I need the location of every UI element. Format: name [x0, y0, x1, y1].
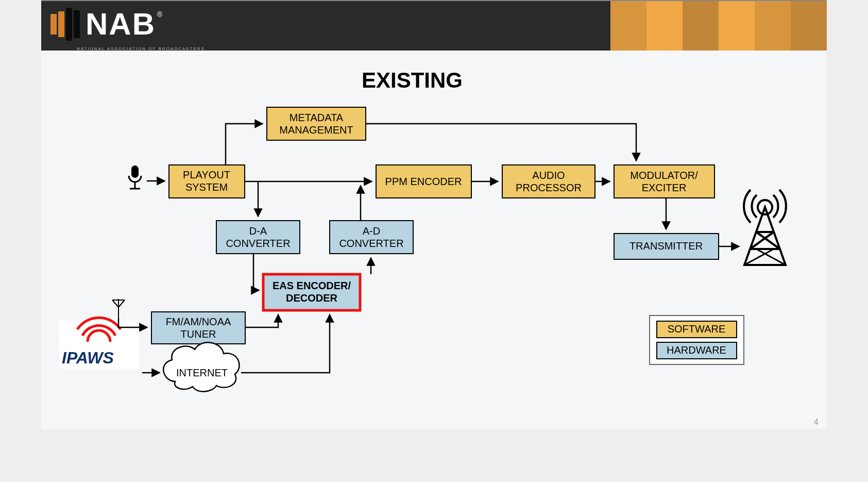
mic-icon [129, 165, 141, 189]
svg-text:PPM ENCODER: PPM ENCODER [385, 176, 462, 187]
svg-text:EXCITER: EXCITER [642, 182, 687, 193]
svg-text:HARDWARE: HARDWARE [667, 344, 726, 356]
svg-text:CONVERTER: CONVERTER [339, 238, 403, 249]
svg-text:D-A: D-A [249, 225, 267, 237]
diagram-title: EXISTING [362, 68, 463, 92]
internet-cloud: INTERNET [163, 342, 239, 391]
svg-text:CONVERTER: CONVERTER [226, 238, 290, 249]
legend: SOFTWARE HARDWARE [650, 315, 744, 364]
svg-text:MODULATOR/: MODULATOR/ [630, 170, 698, 181]
svg-text:DECODER: DECODER [286, 292, 338, 304]
logo-text: NAB [86, 6, 156, 42]
svg-text:SOFTWARE: SOFTWARE [668, 323, 726, 335]
svg-text:PLAYOUT: PLAYOUT [183, 169, 230, 180]
ipaws-logo: IPAWS [59, 318, 139, 369]
svg-line-32 [112, 300, 118, 307]
svg-text:PROCESSOR: PROCESSOR [516, 182, 582, 193]
tower-icon [744, 190, 786, 265]
svg-text:AUDIO: AUDIO [532, 170, 565, 181]
arrow-playout-metadata [226, 124, 263, 165]
diagram-svg: EXISTING PLAYOUT SYSTEM PLAYOUT SYSTEM M… [41, 51, 827, 429]
svg-line-33 [118, 300, 125, 307]
svg-text:INTERNET: INTERNET [176, 367, 228, 378]
page-number: 4 [814, 418, 819, 426]
arrow-da-eas [253, 254, 259, 290]
header-decor [610, 1, 827, 51]
svg-text:METADATA: METADATA [290, 112, 344, 123]
antenna-icon [112, 299, 125, 319]
svg-text:SYSTEM: SYSTEM [185, 181, 228, 193]
svg-text:IPAWS: IPAWS [62, 348, 114, 367]
svg-rect-27 [131, 165, 139, 178]
slide-content: EXISTING PLAYOUT SYSTEM PLAYOUT SYSTEM M… [41, 51, 827, 429]
arrow-metadata-modulator [366, 124, 636, 161]
svg-text:TRANSMITTER: TRANSMITTER [629, 240, 703, 252]
svg-text:EAS ENCODER/: EAS ENCODER/ [273, 280, 351, 291]
svg-text:MANAGEMENT: MANAGEMENT [279, 124, 353, 136]
arrow-tuner-eas [245, 314, 278, 327]
svg-text:A-D: A-D [363, 225, 380, 237]
arrow-internet-eas [241, 314, 330, 373]
header-bar: NAB ® NATIONAL ASSOCIATION OF BROADCASTE… [41, 1, 827, 51]
svg-text:FM/AM/NOAA: FM/AM/NOAA [166, 316, 231, 327]
nab-logo: NAB ® NATIONAL ASSOCIATION OF BROADCASTE… [50, 6, 162, 42]
svg-text:TUNER: TUNER [181, 328, 216, 340]
